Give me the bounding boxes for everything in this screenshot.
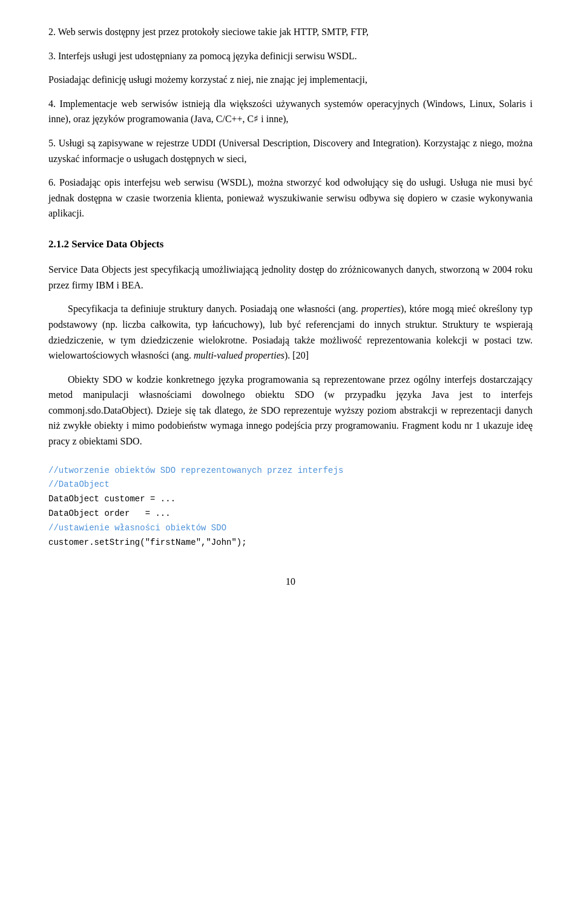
- page-number: 10: [48, 574, 533, 590]
- section-para-1: Service Data Objects jest specyfikacją u…: [48, 262, 533, 293]
- section-heading: 2.1.2 Service Data Objects: [48, 236, 533, 252]
- code-line-1: //utworzenie obiektów SDO reprezentowany…: [48, 464, 533, 478]
- section-number: 2.1.2: [48, 238, 69, 250]
- section-title: Service Data Objects: [71, 238, 163, 250]
- code-line-3: DataObject customer = ...: [48, 492, 533, 507]
- paragraph-4: 4. Implementacje web serwisów istnieją d…: [48, 96, 533, 127]
- section-para-3: Obiekty SDO w kodzie konkretnego języka …: [48, 372, 533, 449]
- italic-multi-valued: multi-valued properties: [194, 350, 284, 360]
- code-block: //utworzenie obiektów SDO reprezentowany…: [48, 464, 533, 550]
- paragraph-5: 5. Usługi są zapisywane w rejestrze UDDI…: [48, 135, 533, 166]
- italic-properties: properties: [361, 304, 401, 314]
- code-line-6: customer.setString("firstName","John");: [48, 536, 533, 550]
- code-line-5: //ustawienie własności obiektów SDO: [48, 521, 533, 536]
- code-line-2: //DataObject: [48, 478, 533, 492]
- paragraph-3-cont: Posiadając definicję usługi możemy korzy…: [48, 72, 533, 88]
- section-para-2: Specyfikacja ta definiuje struktury dany…: [48, 301, 533, 363]
- page: 2. Web serwis dostępny jest przez protok…: [0, 0, 581, 924]
- paragraph-6: 6. Posiadając opis interfejsu web serwis…: [48, 175, 533, 221]
- code-line-4: DataObject order = ...: [48, 507, 533, 521]
- paragraph-3: 3. Interfejs usługi jest udostępniany za…: [48, 48, 533, 64]
- paragraph-2: 2. Web serwis dostępny jest przez protok…: [48, 24, 533, 40]
